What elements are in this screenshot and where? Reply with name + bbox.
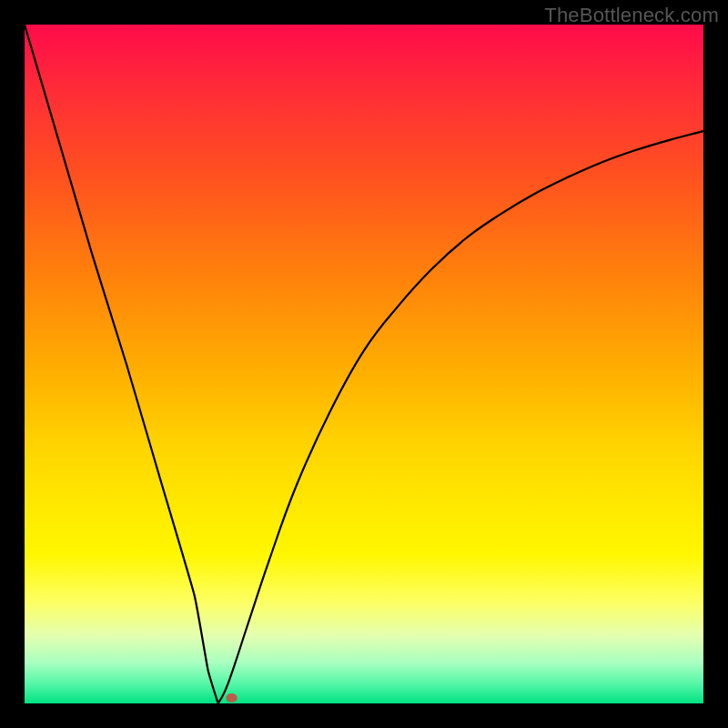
watermark-text: TheBottleneck.com (544, 4, 719, 27)
chart-plot-area (25, 25, 703, 703)
frame: TheBottleneck.com (0, 0, 728, 728)
curve-path (25, 25, 703, 703)
min-marker (226, 693, 237, 703)
bottleneck-curve (25, 25, 703, 703)
